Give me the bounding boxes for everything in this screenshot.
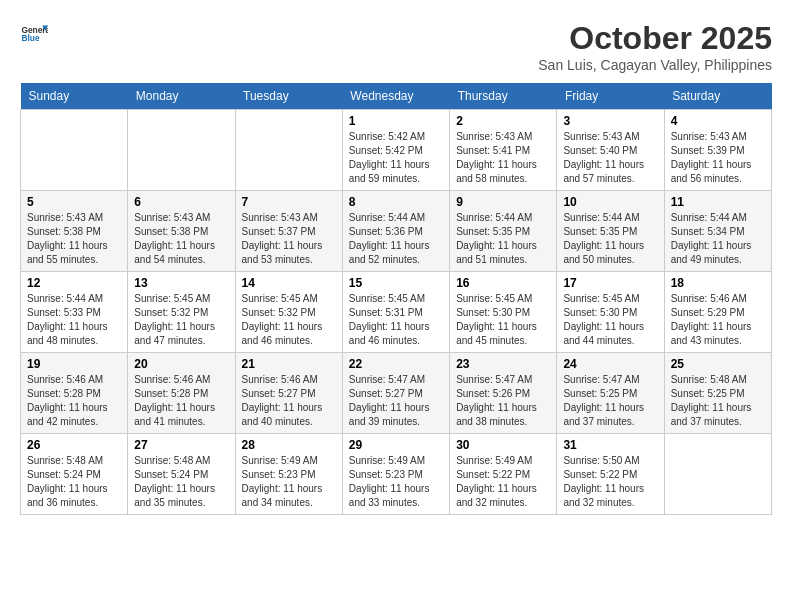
calendar-cell: 26Sunrise: 5:48 AM Sunset: 5:24 PM Dayli… <box>21 434 128 515</box>
calendar-week-row: 1Sunrise: 5:42 AM Sunset: 5:42 PM Daylig… <box>21 110 772 191</box>
day-info: Sunrise: 5:46 AM Sunset: 5:27 PM Dayligh… <box>242 373 336 429</box>
day-number: 30 <box>456 438 550 452</box>
day-info: Sunrise: 5:45 AM Sunset: 5:32 PM Dayligh… <box>242 292 336 348</box>
calendar-cell: 9Sunrise: 5:44 AM Sunset: 5:35 PM Daylig… <box>450 191 557 272</box>
day-number: 27 <box>134 438 228 452</box>
calendar-cell: 3Sunrise: 5:43 AM Sunset: 5:40 PM Daylig… <box>557 110 664 191</box>
day-number: 25 <box>671 357 765 371</box>
calendar-cell: 27Sunrise: 5:48 AM Sunset: 5:24 PM Dayli… <box>128 434 235 515</box>
calendar-cell: 23Sunrise: 5:47 AM Sunset: 5:26 PM Dayli… <box>450 353 557 434</box>
calendar-cell: 28Sunrise: 5:49 AM Sunset: 5:23 PM Dayli… <box>235 434 342 515</box>
day-info: Sunrise: 5:46 AM Sunset: 5:28 PM Dayligh… <box>27 373 121 429</box>
calendar-cell: 13Sunrise: 5:45 AM Sunset: 5:32 PM Dayli… <box>128 272 235 353</box>
day-number: 15 <box>349 276 443 290</box>
day-info: Sunrise: 5:50 AM Sunset: 5:22 PM Dayligh… <box>563 454 657 510</box>
day-number: 23 <box>456 357 550 371</box>
calendar-cell: 29Sunrise: 5:49 AM Sunset: 5:23 PM Dayli… <box>342 434 449 515</box>
day-info: Sunrise: 5:43 AM Sunset: 5:41 PM Dayligh… <box>456 130 550 186</box>
weekday-header-sunday: Sunday <box>21 83 128 110</box>
calendar-cell: 30Sunrise: 5:49 AM Sunset: 5:22 PM Dayli… <box>450 434 557 515</box>
day-number: 28 <box>242 438 336 452</box>
day-info: Sunrise: 5:48 AM Sunset: 5:24 PM Dayligh… <box>134 454 228 510</box>
day-number: 12 <box>27 276 121 290</box>
day-number: 4 <box>671 114 765 128</box>
calendar-cell: 22Sunrise: 5:47 AM Sunset: 5:27 PM Dayli… <box>342 353 449 434</box>
weekday-header-saturday: Saturday <box>664 83 771 110</box>
calendar-cell: 4Sunrise: 5:43 AM Sunset: 5:39 PM Daylig… <box>664 110 771 191</box>
calendar-cell: 21Sunrise: 5:46 AM Sunset: 5:27 PM Dayli… <box>235 353 342 434</box>
calendar-cell: 2Sunrise: 5:43 AM Sunset: 5:41 PM Daylig… <box>450 110 557 191</box>
day-info: Sunrise: 5:43 AM Sunset: 5:38 PM Dayligh… <box>27 211 121 267</box>
day-info: Sunrise: 5:44 AM Sunset: 5:36 PM Dayligh… <box>349 211 443 267</box>
weekday-header-thursday: Thursday <box>450 83 557 110</box>
day-info: Sunrise: 5:43 AM Sunset: 5:38 PM Dayligh… <box>134 211 228 267</box>
weekday-header-monday: Monday <box>128 83 235 110</box>
day-info: Sunrise: 5:42 AM Sunset: 5:42 PM Dayligh… <box>349 130 443 186</box>
calendar-cell: 14Sunrise: 5:45 AM Sunset: 5:32 PM Dayli… <box>235 272 342 353</box>
day-number: 10 <box>563 195 657 209</box>
day-number: 9 <box>456 195 550 209</box>
day-number: 11 <box>671 195 765 209</box>
calendar-week-row: 5Sunrise: 5:43 AM Sunset: 5:38 PM Daylig… <box>21 191 772 272</box>
day-number: 16 <box>456 276 550 290</box>
day-info: Sunrise: 5:43 AM Sunset: 5:39 PM Dayligh… <box>671 130 765 186</box>
day-info: Sunrise: 5:48 AM Sunset: 5:25 PM Dayligh… <box>671 373 765 429</box>
calendar-cell: 17Sunrise: 5:45 AM Sunset: 5:30 PM Dayli… <box>557 272 664 353</box>
day-number: 22 <box>349 357 443 371</box>
weekday-header-friday: Friday <box>557 83 664 110</box>
logo-icon: General Blue <box>20 20 48 48</box>
calendar-cell: 15Sunrise: 5:45 AM Sunset: 5:31 PM Dayli… <box>342 272 449 353</box>
svg-text:Blue: Blue <box>21 33 39 43</box>
day-number: 26 <box>27 438 121 452</box>
day-info: Sunrise: 5:44 AM Sunset: 5:35 PM Dayligh… <box>563 211 657 267</box>
weekday-header-row: SundayMondayTuesdayWednesdayThursdayFrid… <box>21 83 772 110</box>
day-number: 3 <box>563 114 657 128</box>
calendar-cell <box>664 434 771 515</box>
calendar-cell: 19Sunrise: 5:46 AM Sunset: 5:28 PM Dayli… <box>21 353 128 434</box>
day-info: Sunrise: 5:45 AM Sunset: 5:32 PM Dayligh… <box>134 292 228 348</box>
calendar-cell: 7Sunrise: 5:43 AM Sunset: 5:37 PM Daylig… <box>235 191 342 272</box>
day-info: Sunrise: 5:44 AM Sunset: 5:35 PM Dayligh… <box>456 211 550 267</box>
calendar-cell: 20Sunrise: 5:46 AM Sunset: 5:28 PM Dayli… <box>128 353 235 434</box>
day-info: Sunrise: 5:45 AM Sunset: 5:30 PM Dayligh… <box>563 292 657 348</box>
day-number: 20 <box>134 357 228 371</box>
calendar-cell: 5Sunrise: 5:43 AM Sunset: 5:38 PM Daylig… <box>21 191 128 272</box>
calendar-week-row: 26Sunrise: 5:48 AM Sunset: 5:24 PM Dayli… <box>21 434 772 515</box>
day-info: Sunrise: 5:47 AM Sunset: 5:26 PM Dayligh… <box>456 373 550 429</box>
weekday-header-wednesday: Wednesday <box>342 83 449 110</box>
day-info: Sunrise: 5:49 AM Sunset: 5:23 PM Dayligh… <box>349 454 443 510</box>
day-number: 6 <box>134 195 228 209</box>
calendar-cell <box>235 110 342 191</box>
calendar-cell: 12Sunrise: 5:44 AM Sunset: 5:33 PM Dayli… <box>21 272 128 353</box>
day-number: 13 <box>134 276 228 290</box>
location-subtitle: San Luis, Cagayan Valley, Philippines <box>538 57 772 73</box>
day-number: 17 <box>563 276 657 290</box>
calendar-cell <box>128 110 235 191</box>
day-number: 24 <box>563 357 657 371</box>
day-info: Sunrise: 5:49 AM Sunset: 5:23 PM Dayligh… <box>242 454 336 510</box>
calendar-cell: 31Sunrise: 5:50 AM Sunset: 5:22 PM Dayli… <box>557 434 664 515</box>
calendar-cell: 24Sunrise: 5:47 AM Sunset: 5:25 PM Dayli… <box>557 353 664 434</box>
day-number: 1 <box>349 114 443 128</box>
logo: General Blue <box>20 20 48 48</box>
calendar-week-row: 19Sunrise: 5:46 AM Sunset: 5:28 PM Dayli… <box>21 353 772 434</box>
day-number: 5 <box>27 195 121 209</box>
calendar-cell: 11Sunrise: 5:44 AM Sunset: 5:34 PM Dayli… <box>664 191 771 272</box>
calendar-table: SundayMondayTuesdayWednesdayThursdayFrid… <box>20 83 772 515</box>
day-number: 2 <box>456 114 550 128</box>
day-info: Sunrise: 5:43 AM Sunset: 5:37 PM Dayligh… <box>242 211 336 267</box>
day-info: Sunrise: 5:46 AM Sunset: 5:29 PM Dayligh… <box>671 292 765 348</box>
title-section: October 2025 San Luis, Cagayan Valley, P… <box>538 20 772 73</box>
day-info: Sunrise: 5:48 AM Sunset: 5:24 PM Dayligh… <box>27 454 121 510</box>
day-info: Sunrise: 5:46 AM Sunset: 5:28 PM Dayligh… <box>134 373 228 429</box>
day-info: Sunrise: 5:45 AM Sunset: 5:31 PM Dayligh… <box>349 292 443 348</box>
day-info: Sunrise: 5:49 AM Sunset: 5:22 PM Dayligh… <box>456 454 550 510</box>
day-number: 18 <box>671 276 765 290</box>
day-info: Sunrise: 5:45 AM Sunset: 5:30 PM Dayligh… <box>456 292 550 348</box>
calendar-cell: 25Sunrise: 5:48 AM Sunset: 5:25 PM Dayli… <box>664 353 771 434</box>
calendar-cell: 10Sunrise: 5:44 AM Sunset: 5:35 PM Dayli… <box>557 191 664 272</box>
day-info: Sunrise: 5:44 AM Sunset: 5:34 PM Dayligh… <box>671 211 765 267</box>
header: General Blue October 2025 San Luis, Caga… <box>20 20 772 73</box>
day-info: Sunrise: 5:44 AM Sunset: 5:33 PM Dayligh… <box>27 292 121 348</box>
calendar-cell: 1Sunrise: 5:42 AM Sunset: 5:42 PM Daylig… <box>342 110 449 191</box>
